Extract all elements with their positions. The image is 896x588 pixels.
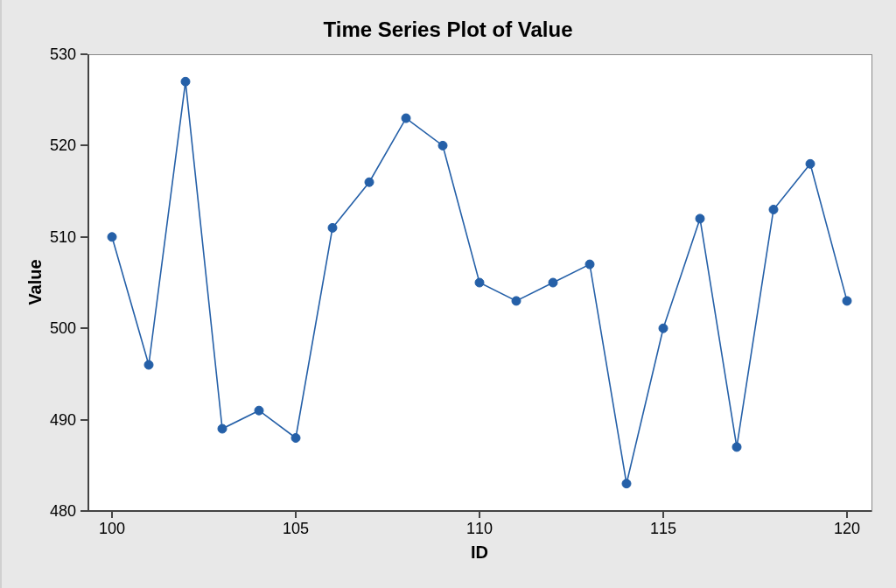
x-tick-label: 115 [650, 520, 676, 538]
x-tick-label: 110 [466, 520, 493, 538]
data-point [108, 233, 116, 242]
data-point [843, 297, 851, 305]
data-point [585, 260, 594, 269]
x-tick-label: 100 [99, 520, 125, 538]
data-point [255, 406, 263, 415]
y-tick [80, 327, 88, 329]
chart-container: Time Series Plot of Value Value ID 48049… [0, 0, 896, 588]
y-axis-line [88, 54, 89, 511]
data-point [512, 297, 521, 305]
x-tick [295, 511, 297, 518]
x-tick [111, 511, 113, 518]
x-tick-label: 120 [834, 520, 860, 538]
y-tick [80, 419, 88, 421]
data-point [402, 114, 410, 122]
data-point [732, 443, 741, 452]
y-tick [80, 144, 88, 146]
x-tick [479, 511, 480, 518]
data-point [438, 141, 447, 150]
y-tick-label: 510 [39, 228, 76, 246]
y-tick-label: 500 [39, 319, 76, 338]
y-tick [80, 236, 88, 238]
data-point [328, 223, 337, 232]
line-series [0, 0, 896, 588]
data-point [291, 434, 300, 443]
data-point [769, 206, 778, 214]
y-tick [80, 53, 88, 55]
data-point [659, 324, 668, 332]
data-point [218, 424, 227, 433]
data-point [181, 77, 190, 86]
y-tick-label: 530 [39, 46, 76, 64]
data-point [696, 214, 704, 223]
x-tick [662, 511, 664, 518]
data-point [622, 480, 631, 488]
data-point [475, 278, 484, 287]
data-point [806, 159, 815, 168]
y-tick-label: 480 [39, 502, 76, 521]
data-point [144, 360, 153, 369]
data-point [365, 178, 374, 186]
x-tick-label: 105 [283, 520, 309, 538]
y-tick-label: 520 [39, 136, 76, 155]
y-tick [80, 510, 88, 512]
y-tick-label: 490 [39, 410, 76, 429]
data-point [549, 278, 557, 287]
x-tick [846, 511, 848, 518]
